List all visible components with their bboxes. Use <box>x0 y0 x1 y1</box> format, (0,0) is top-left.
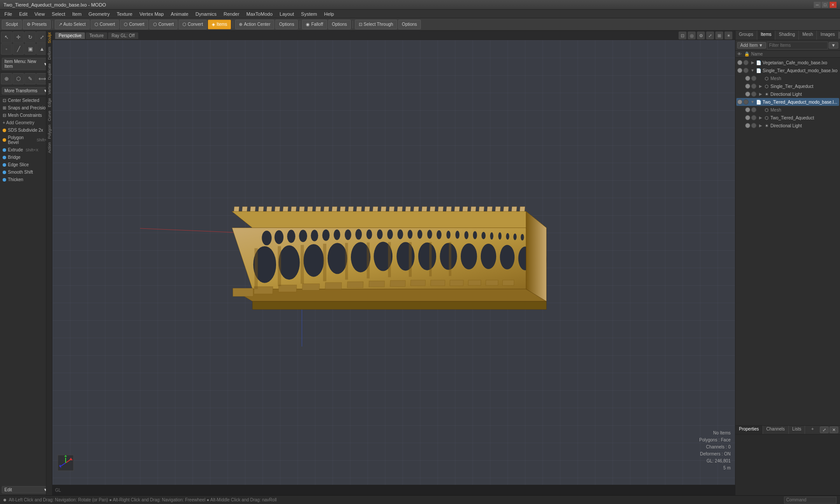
smooth-shift-item[interactable]: Smooth Shift <box>0 168 52 176</box>
vp-render-icon[interactable]: ◎ <box>688 32 696 39</box>
prop-tab-channels[interactable]: Channels <box>763 426 789 434</box>
add-geometry-item[interactable]: + Add Geometry <box>0 119 52 126</box>
expand-light2[interactable]: ▶ <box>757 122 763 129</box>
expand-file3[interactable]: ▼ <box>749 99 756 105</box>
select-tool-btn[interactable]: ↖ <box>1 32 12 43</box>
thicken-item[interactable]: Thicken <box>0 176 52 183</box>
auto-select-button[interactable]: ↗ Auto Select <box>55 20 90 29</box>
sds-subdivide-item[interactable]: SDS Subdivide 2x <box>0 126 52 134</box>
presets-button[interactable]: ⚙ Presets <box>23 20 51 29</box>
move-btn[interactable]: ⊕ <box>1 73 12 84</box>
options3-button[interactable]: Options <box>398 20 421 29</box>
vertex-tool-btn[interactable]: ◦ <box>1 43 12 55</box>
sidebar-tab-vertex[interactable]: Vertex <box>46 81 52 96</box>
prop-tab-properties[interactable]: Properties <box>735 426 763 434</box>
sidebar-tab-edge[interactable]: Edge <box>46 96 52 109</box>
tree-item-light2[interactable]: ▶ ☀ Directional Light <box>736 122 839 130</box>
expand-prop-button[interactable]: ⤢ <box>820 427 829 433</box>
prop-tab-lists[interactable]: Lists <box>789 426 805 434</box>
action-center-button[interactable]: ⊕ Action Center <box>235 20 274 29</box>
more-transforms-dropdown[interactable]: More Transforms ▼ <box>2 87 50 94</box>
sidebar-tab-action[interactable]: Action <box>46 140 52 155</box>
shape-btn[interactable]: ⬡ <box>13 73 24 84</box>
edit-dropdown[interactable]: Edit ▼ <box>2 486 50 494</box>
tree-item-light1[interactable]: ▶ ☀ Directional Light <box>736 90 839 98</box>
rotate-tool-btn[interactable]: ↻ <box>24 32 36 43</box>
center-selected-item[interactable]: ⊡ Center Selected <box>0 97 52 104</box>
lock-two-tier[interactable] <box>751 115 756 120</box>
menu-vertex-map[interactable]: Vertex Map <box>137 11 167 17</box>
menu-animate[interactable]: Animate <box>168 11 191 17</box>
rp-tab-groups[interactable]: Groups <box>735 31 757 40</box>
convert1-button[interactable]: ⬡ Convert <box>91 20 119 29</box>
tree-item-two-tier[interactable]: ▶ ⬡ Two_Tiered_Aqueduct <box>736 114 839 122</box>
sidebar-tab-curve[interactable]: Curve <box>46 109 52 123</box>
close-button[interactable]: ✕ <box>830 2 836 8</box>
vis-file3[interactable] <box>737 99 742 105</box>
edge-slice-item[interactable]: Edge Slice <box>0 161 52 168</box>
sculpt-button[interactable]: Sculpt <box>2 20 22 29</box>
vis-light2[interactable] <box>745 123 750 128</box>
expand-two-tier[interactable]: ▶ <box>757 115 763 121</box>
expand-file1[interactable]: ▶ <box>749 60 756 66</box>
snaps-precision-item[interactable]: ⊞ Snaps and Precision <box>0 104 52 112</box>
command-input[interactable] <box>784 497 836 504</box>
tree-item-file2[interactable]: ▼ 📄 Single_Tier_Aqueduct_modo_base.lxo <box>736 66 839 74</box>
edge-tool-btn[interactable]: ╱ <box>13 43 24 55</box>
lock-light1[interactable] <box>751 91 756 97</box>
falloff-button[interactable]: ◉ Falloff <box>302 20 327 29</box>
maximize-button[interactable]: □ <box>822 2 829 8</box>
convert2-button[interactable]: ⬡ Convert <box>120 20 148 29</box>
menu-texture[interactable]: Texture <box>114 11 135 17</box>
vis-light1[interactable] <box>745 91 750 97</box>
rp-tab-images[interactable]: Images <box>817 31 839 40</box>
item-menu-dropdown[interactable]: Item Menu: New Item ▼ <box>2 58 50 70</box>
convert3-button[interactable]: ⬡ Convert <box>149 20 178 29</box>
minimize-button[interactable]: ─ <box>814 2 821 8</box>
lock-file2[interactable] <box>743 68 749 73</box>
extrude-item[interactable]: Extrude Shift+X <box>0 146 52 154</box>
sidebar-tab-sculpt[interactable]: Sculpt <box>46 31 52 45</box>
menu-select[interactable]: Select <box>49 11 68 17</box>
menu-render[interactable]: Render <box>221 11 242 17</box>
viewport[interactable]: Perspective Texture Ray GL: Off ⊡ ◎ ⚙ ⤢ … <box>52 31 735 495</box>
vp-expand-icon[interactable]: ⤢ <box>706 32 714 39</box>
expand-mesh1[interactable] <box>757 75 763 81</box>
lock-single-tier[interactable] <box>751 84 756 89</box>
mesh-constraints-item[interactable]: ⊟ Mesh Constraints <box>0 112 52 119</box>
bridge-item[interactable]: Bridge <box>0 154 52 161</box>
filter-items-input[interactable] <box>767 42 828 49</box>
menu-geometry[interactable]: Geometry <box>86 11 112 17</box>
lock-file3[interactable] <box>743 99 749 105</box>
menu-dynamics[interactable]: Dynamics <box>193 11 219 17</box>
menu-edit[interactable]: Edit <box>17 11 30 17</box>
tree-item-single-tier[interactable]: ▶ ⬡ Single_Tier_Aqueduct <box>736 82 839 90</box>
vis-single-tier[interactable] <box>745 84 750 89</box>
transform-tool-btn[interactable]: ✛ <box>13 32 24 43</box>
filter-options-button[interactable]: ▼ <box>829 42 838 49</box>
vp-lighting-icon[interactable]: ☀ <box>724 32 732 39</box>
add-item-button[interactable]: Add Item ▼ <box>737 42 766 49</box>
vis-mesh2[interactable] <box>745 107 750 112</box>
face-tool-btn[interactable]: ▣ <box>24 43 36 55</box>
vp-tab-perspective[interactable]: Perspective <box>55 32 85 39</box>
menu-system[interactable]: System <box>298 11 320 17</box>
sidebar-tab-polygon[interactable]: Polygon <box>46 123 52 141</box>
expand-mesh2[interactable] <box>757 107 763 113</box>
rp-tab-items[interactable]: Items <box>757 31 775 40</box>
menu-file[interactable]: File <box>2 11 15 17</box>
menu-layout[interactable]: Layout <box>277 11 297 17</box>
polygon-bevel-item[interactable]: Polygon Bevel Shift+B <box>0 134 52 146</box>
tree-item-file1[interactable]: ▶ 📄 Vegetarian_Cafe_modo_base.lxo <box>736 59 839 66</box>
tree-item-file3[interactable]: ▼ 📄 Two_Tiered_Aqueduct_modo_base.l... <box>736 98 839 106</box>
menu-item[interactable]: Item <box>70 11 84 17</box>
options1-button[interactable]: Options <box>275 20 298 29</box>
convert4-button[interactable]: ⬡ Convert <box>178 20 207 29</box>
expand-file2[interactable]: ▼ <box>749 67 756 74</box>
items-button[interactable]: ◈ Items <box>208 20 231 29</box>
close-prop-button[interactable]: ✕ <box>830 427 838 433</box>
tree-item-mesh2[interactable]: ⬡ Mesh <box>736 106 839 114</box>
menu-help[interactable]: Help <box>322 11 337 17</box>
vis-mesh1[interactable] <box>745 76 750 81</box>
expand-single-tier[interactable]: ▶ <box>757 83 763 89</box>
